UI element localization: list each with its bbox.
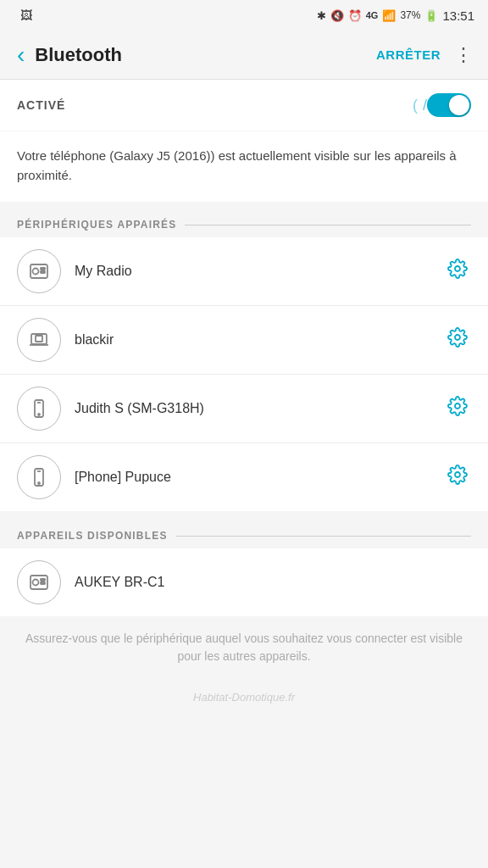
media-device-icon <box>17 249 61 293</box>
device-name-label: AUKEY BR-C1 <box>75 575 471 590</box>
connection-hint: Assurez-vous que le périphérique auquel … <box>0 616 488 682</box>
alarm-icon: ⏰ <box>348 9 362 22</box>
svg-rect-19 <box>41 582 45 584</box>
phone-device-icon <box>17 455 61 499</box>
activated-label: ACTIVÉ <box>17 98 413 112</box>
available-device-item[interactable]: AUKEY BR-C1 <box>0 548 488 616</box>
time-label: 13:51 <box>442 8 474 23</box>
paired-section-header: PÉRIPHÉRIQUES APPAIRÉS <box>0 202 488 237</box>
activated-row: ACTIVÉ ( / <box>0 80 488 131</box>
back-button[interactable]: ‹ <box>10 36 31 74</box>
svg-point-4 <box>455 266 460 271</box>
more-options-button[interactable]: ⋮ <box>449 37 478 73</box>
svg-point-9 <box>38 414 40 415</box>
mute-icon: 🔇 <box>330 9 344 22</box>
svg-rect-3 <box>41 271 45 273</box>
laptop-device-icon <box>17 318 61 362</box>
svg-point-11 <box>455 403 460 409</box>
svg-point-17 <box>33 580 39 586</box>
phone-device-icon <box>17 387 61 431</box>
paired-devices-list: My Radio blackir <box>0 237 488 511</box>
svg-rect-18 <box>41 579 45 581</box>
signal-icon: 📶 <box>382 9 396 22</box>
available-devices-list: AUKEY BR-C1 <box>0 548 488 616</box>
status-bar: 🖼 ✱ 🔇 ⏰ 4G 📶 37% 🔋 13:51 <box>0 0 488 31</box>
device-name-label: Judith S (SM-G318H) <box>75 401 430 416</box>
device-name-label: blackir <box>75 332 430 348</box>
paired-device-item[interactable]: Judith S (SM-G318H) <box>0 375 488 443</box>
svg-point-7 <box>455 335 460 340</box>
device-name-label: [Phone] Pupuce <box>75 470 430 485</box>
visibility-info: Votre téléphone (Galaxy J5 (2016)) est a… <box>0 131 488 202</box>
content-area: ACTIVÉ ( / Votre téléphone (Galaxy J5 (2… <box>0 80 488 715</box>
available-section-header: APPAREILS DISPONIBLES <box>0 513 488 548</box>
stop-button[interactable]: ARRÊTER <box>368 41 449 69</box>
paired-device-item[interactable]: [Phone] Pupuce <box>0 443 488 511</box>
network-label: 4G <box>366 10 379 20</box>
device-settings-button[interactable] <box>444 461 471 493</box>
bluetooth-icon: ✱ <box>317 9 326 22</box>
bluetooth-animation-icon: ( <box>413 97 418 114</box>
paired-device-item[interactable]: My Radio <box>0 237 488 306</box>
device-settings-button[interactable] <box>444 255 471 287</box>
toggle-animation: ( / <box>413 97 427 114</box>
svg-rect-2 <box>41 268 45 270</box>
device-name-label: My Radio <box>75 264 430 279</box>
media-device-icon <box>17 560 61 604</box>
page-title: Bluetooth <box>35 44 368 66</box>
paired-device-item[interactable]: blackir <box>0 306 488 375</box>
device-settings-button[interactable] <box>444 324 471 356</box>
battery-icon: 🔋 <box>424 9 438 22</box>
bluetooth-toggle[interactable] <box>427 93 471 117</box>
device-settings-button[interactable] <box>444 392 471 425</box>
svg-point-1 <box>33 269 39 275</box>
svg-point-15 <box>455 472 460 477</box>
watermark: Habitat-Domotique.fr <box>0 682 488 715</box>
svg-rect-6 <box>36 336 42 342</box>
battery-label: 37% <box>400 9 420 21</box>
gallery-icon: 🖼 <box>20 8 32 22</box>
svg-point-13 <box>38 482 40 484</box>
top-nav: ‹ Bluetooth ARRÊTER ⋮ <box>0 31 488 80</box>
